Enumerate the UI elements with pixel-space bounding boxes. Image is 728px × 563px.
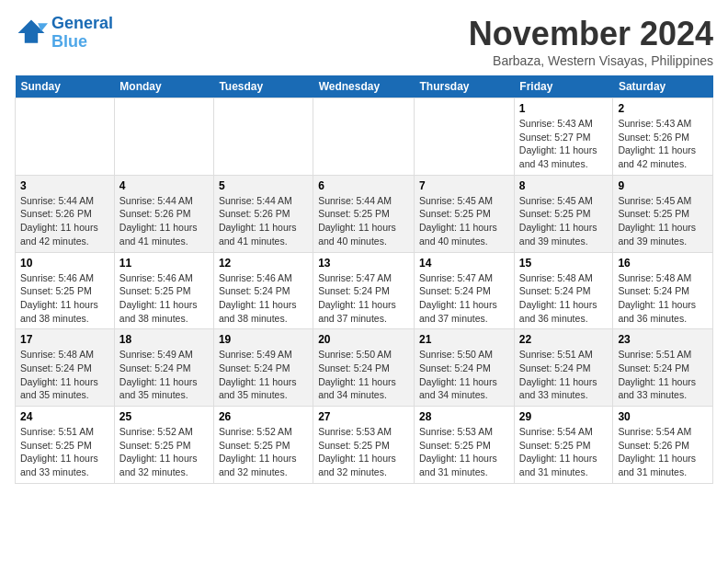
day-info: Sunrise: 5:44 AM Sunset: 5:26 PM Dayligh…	[219, 194, 308, 248]
day-info: Sunrise: 5:49 AM Sunset: 5:24 PM Dayligh…	[219, 348, 308, 402]
weekday-header: Thursday	[415, 75, 515, 98]
day-number: 27	[318, 410, 409, 423]
location: Barbaza, Western Visayas, Philippines	[469, 53, 713, 68]
weekday-header: Wednesday	[313, 75, 415, 98]
calendar-table: SundayMondayTuesdayWednesdayThursdayFrid…	[15, 75, 713, 484]
calendar-cell: 3Sunrise: 5:44 AM Sunset: 5:26 PM Daylig…	[16, 175, 115, 252]
calendar-cell: 7Sunrise: 5:45 AM Sunset: 5:25 PM Daylig…	[415, 175, 515, 252]
day-number: 22	[519, 333, 609, 346]
calendar-cell: 27Sunrise: 5:53 AM Sunset: 5:25 PM Dayli…	[313, 407, 415, 484]
day-number: 13	[318, 257, 409, 270]
calendar-cell: 29Sunrise: 5:54 AM Sunset: 5:25 PM Dayli…	[514, 407, 613, 484]
calendar-cell: 21Sunrise: 5:50 AM Sunset: 5:24 PM Dayli…	[415, 329, 515, 407]
day-info: Sunrise: 5:46 AM Sunset: 5:25 PM Dayligh…	[119, 271, 209, 326]
day-number: 24	[20, 410, 109, 423]
day-info: Sunrise: 5:45 AM Sunset: 5:25 PM Dayligh…	[618, 194, 708, 248]
day-info: Sunrise: 5:45 AM Sunset: 5:25 PM Dayligh…	[419, 194, 509, 248]
day-info: Sunrise: 5:50 AM Sunset: 5:24 PM Dayligh…	[419, 348, 509, 402]
day-number: 3	[20, 179, 109, 192]
calendar-week-row: 17Sunrise: 5:48 AM Sunset: 5:24 PM Dayli…	[16, 329, 713, 407]
day-info: Sunrise: 5:46 AM Sunset: 5:25 PM Dayligh…	[20, 271, 109, 326]
calendar-cell: 20Sunrise: 5:50 AM Sunset: 5:24 PM Dayli…	[313, 329, 415, 407]
day-info: Sunrise: 5:44 AM Sunset: 5:25 PM Dayligh…	[318, 194, 409, 248]
day-info: Sunrise: 5:51 AM Sunset: 5:24 PM Dayligh…	[618, 348, 708, 402]
day-info: Sunrise: 5:53 AM Sunset: 5:25 PM Dayligh…	[419, 425, 509, 479]
day-number: 6	[318, 179, 409, 192]
logo-bird-icon	[15, 17, 48, 50]
day-info: Sunrise: 5:44 AM Sunset: 5:26 PM Dayligh…	[119, 194, 209, 248]
day-number: 5	[219, 179, 308, 192]
calendar-cell: 5Sunrise: 5:44 AM Sunset: 5:26 PM Daylig…	[213, 175, 313, 252]
calendar-cell: 18Sunrise: 5:49 AM Sunset: 5:24 PM Dayli…	[114, 329, 213, 407]
calendar-cell: 14Sunrise: 5:47 AM Sunset: 5:24 PM Dayli…	[415, 252, 515, 329]
day-number: 2	[618, 102, 708, 115]
day-info: Sunrise: 5:47 AM Sunset: 5:24 PM Dayligh…	[419, 271, 509, 326]
weekday-header: Friday	[514, 75, 613, 98]
logo-text: General Blue	[51, 15, 113, 52]
calendar-header: SundayMondayTuesdayWednesdayThursdayFrid…	[16, 75, 713, 98]
weekday-header: Sunday	[16, 75, 115, 98]
day-info: Sunrise: 5:51 AM Sunset: 5:25 PM Dayligh…	[20, 425, 109, 479]
calendar-cell	[415, 98, 515, 176]
day-info: Sunrise: 5:50 AM Sunset: 5:24 PM Dayligh…	[318, 348, 409, 402]
calendar-cell: 26Sunrise: 5:52 AM Sunset: 5:25 PM Dayli…	[213, 407, 313, 484]
calendar-cell: 8Sunrise: 5:45 AM Sunset: 5:25 PM Daylig…	[514, 175, 613, 252]
calendar-cell: 17Sunrise: 5:48 AM Sunset: 5:24 PM Dayli…	[16, 329, 115, 407]
page-header: General Blue November 2024 Barbaza, West…	[15, 15, 713, 68]
day-number: 26	[219, 410, 308, 423]
day-number: 1	[519, 102, 609, 115]
calendar-week-row: 1Sunrise: 5:43 AM Sunset: 5:27 PM Daylig…	[16, 98, 713, 176]
day-number: 29	[519, 410, 609, 423]
day-info: Sunrise: 5:45 AM Sunset: 5:25 PM Dayligh…	[519, 194, 609, 248]
weekday-header: Saturday	[613, 75, 713, 98]
calendar-week-row: 10Sunrise: 5:46 AM Sunset: 5:25 PM Dayli…	[16, 252, 713, 329]
calendar-cell: 13Sunrise: 5:47 AM Sunset: 5:24 PM Dayli…	[313, 252, 415, 329]
day-number: 15	[519, 257, 609, 270]
calendar-cell	[313, 98, 415, 176]
day-number: 4	[119, 179, 209, 192]
calendar-cell: 10Sunrise: 5:46 AM Sunset: 5:25 PM Dayli…	[16, 252, 115, 329]
day-number: 23	[618, 333, 708, 346]
day-number: 12	[219, 257, 308, 270]
calendar-cell: 22Sunrise: 5:51 AM Sunset: 5:24 PM Dayli…	[514, 329, 613, 407]
calendar-cell: 25Sunrise: 5:52 AM Sunset: 5:25 PM Dayli…	[114, 407, 213, 484]
calendar-week-row: 3Sunrise: 5:44 AM Sunset: 5:26 PM Daylig…	[16, 175, 713, 252]
day-number: 11	[119, 257, 209, 270]
calendar-cell: 15Sunrise: 5:48 AM Sunset: 5:24 PM Dayli…	[514, 252, 613, 329]
calendar-week-row: 24Sunrise: 5:51 AM Sunset: 5:25 PM Dayli…	[16, 407, 713, 484]
day-number: 28	[419, 410, 509, 423]
day-number: 10	[20, 257, 109, 270]
calendar-body: 1Sunrise: 5:43 AM Sunset: 5:27 PM Daylig…	[16, 98, 713, 484]
day-info: Sunrise: 5:52 AM Sunset: 5:25 PM Dayligh…	[219, 425, 308, 479]
title-section: November 2024 Barbaza, Western Visayas, …	[469, 15, 713, 68]
day-number: 30	[618, 410, 708, 423]
day-number: 18	[119, 333, 209, 346]
day-info: Sunrise: 5:52 AM Sunset: 5:25 PM Dayligh…	[119, 425, 209, 479]
day-info: Sunrise: 5:48 AM Sunset: 5:24 PM Dayligh…	[519, 271, 609, 326]
day-info: Sunrise: 5:46 AM Sunset: 5:24 PM Dayligh…	[219, 271, 308, 326]
day-number: 21	[419, 333, 509, 346]
calendar-cell: 16Sunrise: 5:48 AM Sunset: 5:24 PM Dayli…	[613, 252, 713, 329]
calendar-cell: 2Sunrise: 5:43 AM Sunset: 5:26 PM Daylig…	[613, 98, 713, 176]
day-info: Sunrise: 5:54 AM Sunset: 5:25 PM Dayligh…	[519, 425, 609, 479]
calendar-cell: 4Sunrise: 5:44 AM Sunset: 5:26 PM Daylig…	[114, 175, 213, 252]
calendar-cell	[213, 98, 313, 176]
day-number: 20	[318, 333, 409, 346]
day-info: Sunrise: 5:48 AM Sunset: 5:24 PM Dayligh…	[618, 271, 708, 326]
calendar-cell	[16, 98, 115, 176]
day-info: Sunrise: 5:53 AM Sunset: 5:25 PM Dayligh…	[318, 425, 409, 479]
calendar-cell: 11Sunrise: 5:46 AM Sunset: 5:25 PM Dayli…	[114, 252, 213, 329]
header-row: SundayMondayTuesdayWednesdayThursdayFrid…	[16, 75, 713, 98]
logo: General Blue	[15, 15, 113, 52]
calendar-cell: 1Sunrise: 5:43 AM Sunset: 5:27 PM Daylig…	[514, 98, 613, 176]
day-number: 25	[119, 410, 209, 423]
day-info: Sunrise: 5:47 AM Sunset: 5:24 PM Dayligh…	[318, 271, 409, 326]
day-number: 16	[618, 257, 708, 270]
day-number: 17	[20, 333, 109, 346]
day-number: 9	[618, 179, 708, 192]
day-info: Sunrise: 5:44 AM Sunset: 5:26 PM Dayligh…	[20, 194, 109, 248]
calendar-cell: 28Sunrise: 5:53 AM Sunset: 5:25 PM Dayli…	[415, 407, 515, 484]
day-number: 19	[219, 333, 308, 346]
day-number: 7	[419, 179, 509, 192]
calendar-cell: 6Sunrise: 5:44 AM Sunset: 5:25 PM Daylig…	[313, 175, 415, 252]
